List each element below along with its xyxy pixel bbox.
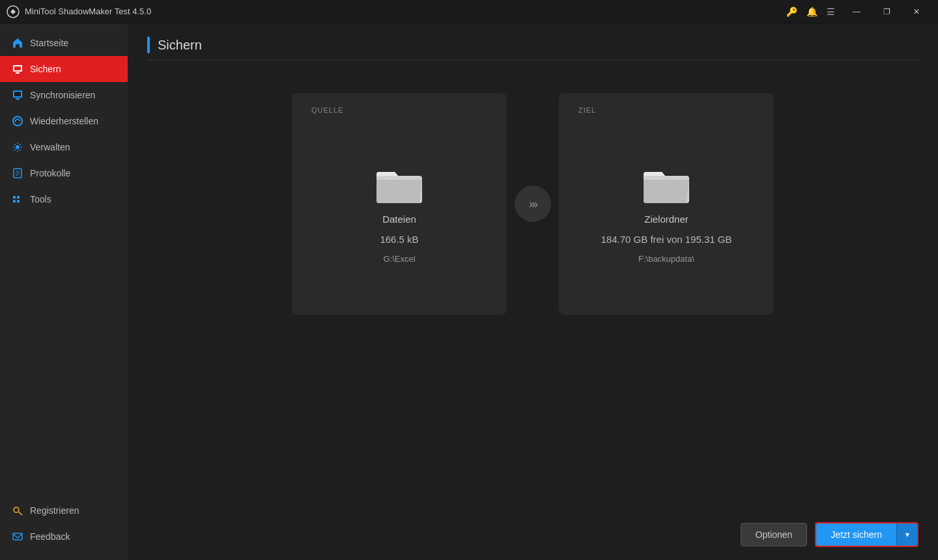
sidebar-item-startseite[interactable]: Startseite bbox=[0, 30, 128, 56]
bell-icon[interactable]: 🔔 bbox=[806, 7, 817, 17]
source-card[interactable]: QUELLE Dateien 166.5 kB G:\Excel bbox=[292, 93, 507, 315]
minimize-button[interactable]: — bbox=[842, 0, 872, 23]
source-path: G:\Excel bbox=[383, 254, 415, 264]
sidebar-item-synchronisieren[interactable]: Synchronisieren bbox=[0, 82, 128, 108]
svg-point-9 bbox=[16, 145, 20, 149]
target-path: F:\backupdata\ bbox=[638, 254, 694, 264]
sidebar-bottom: Registrieren Feedback bbox=[0, 497, 128, 560]
sidebar-label-startseite: Startseite bbox=[30, 38, 68, 48]
svg-rect-6 bbox=[16, 98, 20, 100]
source-folder-icon bbox=[377, 168, 422, 204]
optionen-button[interactable]: Optionen bbox=[741, 523, 808, 546]
sidebar-item-tools[interactable]: Tools bbox=[0, 186, 128, 212]
svg-rect-3 bbox=[16, 72, 20, 74]
logs-icon bbox=[12, 167, 23, 179]
menu-icon[interactable]: ☰ bbox=[827, 7, 835, 17]
sidebar-item-wiederherstellen[interactable]: Wiederherstellen bbox=[0, 108, 128, 134]
sync-icon bbox=[12, 89, 23, 101]
manage-icon bbox=[12, 141, 23, 153]
svg-rect-2 bbox=[14, 66, 21, 70]
key-icon[interactable]: 🔑 bbox=[786, 7, 797, 17]
target-type-label: Zielordner bbox=[644, 214, 689, 225]
target-folder-icon bbox=[644, 168, 689, 204]
tools-icon bbox=[12, 193, 23, 205]
app-body: Startseite Sichern bbox=[0, 23, 938, 560]
jetzt-sichern-wrap: Jetzt sichern ▾ bbox=[815, 522, 918, 547]
restore-icon bbox=[12, 115, 23, 127]
main-content: Sichern QUELLE Dateien 166.5 kB bbox=[128, 23, 938, 560]
app-title: MiniTool ShadowMaker Test 4.5.0 bbox=[25, 7, 786, 16]
svg-rect-17 bbox=[17, 200, 20, 203]
sidebar-item-registrieren[interactable]: Registrieren bbox=[0, 497, 128, 524]
sidebar-label-feedback: Feedback bbox=[30, 531, 70, 542]
sidebar-label-sichern: Sichern bbox=[30, 64, 61, 74]
app-logo bbox=[7, 5, 20, 18]
jetzt-sichern-button[interactable]: Jetzt sichern bbox=[816, 524, 896, 546]
source-card-label: QUELLE bbox=[311, 106, 487, 114]
backup-icon bbox=[12, 63, 23, 75]
page-header: Sichern bbox=[147, 36, 918, 61]
bottom-bar: Optionen Jetzt sichern ▾ bbox=[741, 522, 918, 547]
svg-rect-5 bbox=[14, 92, 21, 96]
titlebar-icon-group: 🔑 🔔 ☰ bbox=[786, 7, 835, 17]
svg-marker-8 bbox=[14, 120, 16, 122]
svg-rect-16 bbox=[13, 200, 16, 203]
svg-rect-14 bbox=[13, 196, 16, 199]
sidebar-label-tools: Tools bbox=[30, 194, 51, 204]
window-controls: — ❐ ✕ bbox=[842, 0, 931, 23]
source-type-label: Dateien bbox=[382, 214, 416, 225]
source-size: 166.5 kB bbox=[380, 234, 418, 245]
arrow-connector: ››› bbox=[507, 184, 559, 223]
title-accent bbox=[147, 36, 150, 53]
home-icon bbox=[12, 37, 23, 49]
source-card-inner: Dateien 166.5 kB G:\Excel bbox=[377, 130, 422, 301]
target-card-label: ZIEL bbox=[578, 106, 754, 114]
target-card-inner: Zielordner 184.70 GB frei von 195.31 GB … bbox=[601, 130, 732, 301]
sidebar-item-verwalten[interactable]: Verwalten bbox=[0, 134, 128, 160]
key-sidebar-icon bbox=[12, 505, 23, 516]
sidebar-item-feedback[interactable]: Feedback bbox=[0, 524, 128, 550]
sidebar-label-verwalten: Verwalten bbox=[30, 142, 70, 152]
sidebar-item-sichern[interactable]: Sichern bbox=[0, 56, 128, 82]
jetzt-sichern-dropdown-button[interactable]: ▾ bbox=[896, 524, 917, 546]
cards-area: QUELLE Dateien 166.5 kB G:\Excel bbox=[147, 93, 918, 315]
maximize-button[interactable]: ❐ bbox=[872, 0, 902, 23]
sidebar-label-synchronisieren: Synchronisieren bbox=[30, 90, 95, 100]
target-card[interactable]: ZIEL Zielordner 184.70 GB frei von 195.3… bbox=[559, 93, 774, 315]
svg-point-18 bbox=[14, 507, 19, 512]
sidebar: Startseite Sichern bbox=[0, 23, 128, 560]
sidebar-label-registrieren: Registrieren bbox=[30, 505, 79, 516]
svg-line-19 bbox=[19, 512, 23, 515]
close-button[interactable]: ✕ bbox=[902, 0, 931, 23]
arrow-circle: ››› bbox=[515, 186, 551, 222]
sidebar-label-protokolle: Protokolle bbox=[30, 168, 70, 178]
titlebar: MiniTool ShadowMaker Test 4.5.0 🔑 🔔 ☰ — … bbox=[0, 0, 938, 23]
sidebar-nav: Startseite Sichern bbox=[0, 23, 128, 497]
sidebar-item-protokolle[interactable]: Protokolle bbox=[0, 160, 128, 186]
sidebar-label-wiederherstellen: Wiederherstellen bbox=[30, 116, 98, 126]
mail-icon bbox=[12, 531, 23, 542]
page-title: Sichern bbox=[158, 38, 202, 53]
svg-rect-15 bbox=[17, 196, 20, 199]
target-size-free: 184.70 GB frei von 195.31 GB bbox=[601, 234, 732, 245]
svg-rect-20 bbox=[13, 533, 22, 540]
